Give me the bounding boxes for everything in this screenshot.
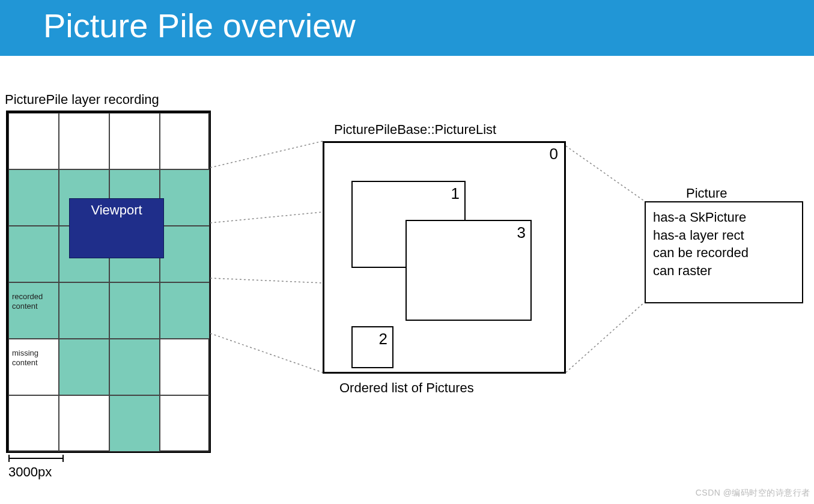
slide-header: Picture Pile overview <box>0 0 814 56</box>
slide-title: Picture Pile overview <box>43 6 814 45</box>
picture-box-3: 3 <box>405 220 532 321</box>
picture-index-3: 3 <box>517 223 526 242</box>
svg-line-4 <box>210 212 323 223</box>
picture-index-2: 2 <box>379 330 387 348</box>
picture-line-2: has-a layer rect <box>653 226 795 244</box>
svg-line-8 <box>566 302 645 372</box>
svg-line-5 <box>210 278 323 283</box>
grid-title: PicturePile layer recording <box>5 92 159 108</box>
picture-line-3: can be recorded <box>653 244 795 262</box>
watermark: CSDN @编码时空的诗意行者 <box>696 488 810 499</box>
picturelist-box: 0 1 3 2 <box>323 141 566 374</box>
svg-line-6 <box>210 333 323 372</box>
diagram-stage: PicturePile layer recording <box>0 56 814 500</box>
picture-details-box: has-a SkPicture has-a layer rect can be … <box>645 201 803 303</box>
picture-line-1: has-a SkPicture <box>653 208 795 226</box>
recorded-content-label: recorded content <box>12 292 43 312</box>
picturepile-grid: Viewport recorded content missing conten… <box>6 111 211 453</box>
picture-title: Picture <box>686 186 727 201</box>
viewport-box: Viewport <box>69 198 164 258</box>
picture-index-0: 0 <box>550 145 558 163</box>
svg-line-3 <box>210 141 323 168</box>
picture-index-1: 1 <box>451 184 460 203</box>
viewport-label: Viewport <box>91 202 142 217</box>
picture-line-4: can raster <box>653 262 795 280</box>
svg-line-7 <box>566 146 645 201</box>
missing-content-label: missing content <box>12 348 38 368</box>
picturelist-caption: Ordered list of Pictures <box>339 380 474 396</box>
scale-label: 3000px <box>8 464 52 480</box>
picturelist-title: PicturePileBase::PictureList <box>334 122 496 138</box>
picture-box-2: 2 <box>351 326 393 368</box>
scale-bar-icon <box>8 455 64 462</box>
